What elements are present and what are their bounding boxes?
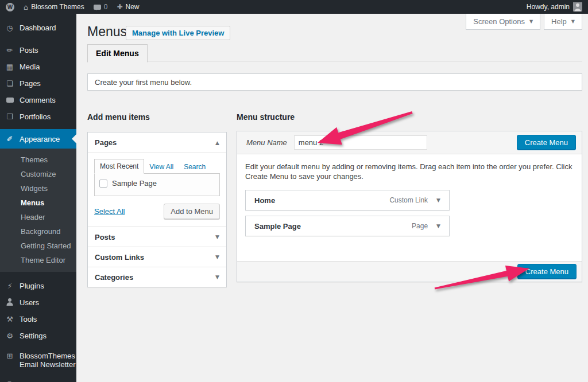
submenu-item-widgets[interactable]: Widgets — [0, 181, 76, 196]
create-menu-button-top[interactable]: Create Menu — [517, 135, 576, 150]
tab-search[interactable]: Search — [179, 160, 211, 174]
chevron-down-icon[interactable]: ▼ — [436, 197, 440, 203]
page-title: Menus — [87, 24, 127, 40]
create-first-menu-notice: Create your first menu below. — [87, 73, 582, 91]
create-menu-button-bottom[interactable]: Create Menu — [517, 264, 577, 279]
site-name-link[interactable]: ⌂ Blossom Themes — [24, 3, 84, 11]
help-button[interactable]: Help ▼ — [544, 14, 582, 30]
admin-bar: W ⌂ Blossom Themes 0 ✚ New Howdy, admin — [0, 0, 588, 14]
select-all-link[interactable]: Select All — [94, 207, 125, 216]
sidebar-item-appearance[interactable]: ✐ Appearance — [0, 129, 76, 149]
chevron-down-icon[interactable]: ▼ — [436, 223, 440, 229]
newsletter-icon: ⊞ — [5, 352, 14, 360]
sidebar-item-users[interactable]: Users — [0, 294, 76, 311]
wordpress-logo-icon: W — [6, 3, 14, 11]
sidebar-item-pages[interactable]: ❏ Pages — [0, 75, 76, 92]
dashboard-icon: ◷ — [5, 24, 14, 32]
sidebar-item-tools[interactable]: ⚒ Tools — [0, 311, 76, 328]
comment-bubble-icon — [94, 5, 101, 10]
menu-name-bar: Menu Name Create Menu — [237, 131, 582, 154]
new-content-menu[interactable]: ✚ New — [117, 3, 139, 11]
accordion-posts[interactable]: Posts ▼ — [88, 227, 226, 247]
chevron-up-icon: ▲ — [215, 140, 219, 146]
submenu-item-theme-editor[interactable]: Theme Editor — [0, 253, 76, 267]
home-icon: ⌂ — [24, 3, 28, 11]
accordion-pages[interactable]: Pages ▲ — [88, 132, 226, 153]
page-check-row: Sample Page — [99, 179, 215, 188]
howdy-account-link[interactable]: Howdy, admin — [527, 3, 570, 11]
sidebar-item-blossomthemes-instagram-feed[interactable]: BT BlossomThemes Instagram Feed — [0, 378, 76, 382]
sidebar-item-portfolios[interactable]: ❒ Portfolios — [0, 108, 76, 125]
tab-view-all[interactable]: View All — [144, 160, 179, 174]
menu-item-sample-page[interactable]: Sample Page Page ▼ — [245, 216, 450, 236]
menu-item-list: Home Custom Link ▼ Sample Page Page ▼ — [245, 190, 450, 236]
plugins-icon: ⚡ — [5, 282, 14, 290]
manage-with-live-preview-button[interactable]: Manage with Live Preview — [126, 26, 230, 40]
sidebar-item-comments[interactable]: Comments — [0, 92, 76, 108]
menu-structure-description: Edit your default menu by adding or remo… — [245, 162, 574, 181]
tab-bar: Edit Menus — [87, 44, 582, 61]
comments-count: 0 — [104, 3, 108, 11]
comments-shortcut[interactable]: 0 — [94, 3, 108, 11]
accordion-categories[interactable]: Categories ▼ — [88, 267, 226, 287]
comments-icon — [5, 96, 14, 104]
sidebar-item-blossomthemes-email-newsletter[interactable]: ⊞ BlossomThemes Email Newsletter — [0, 348, 76, 372]
menu-structure-body: Edit your default menu by adding or remo… — [237, 154, 582, 261]
sidebar-item-media[interactable]: ▦ Media — [0, 59, 76, 75]
chevron-down-icon: ▼ — [571, 19, 575, 24]
sample-page-checkbox[interactable] — [99, 180, 107, 188]
publishing-actions-bar: Create Menu — [237, 261, 582, 282]
chevron-down-icon: ▼ — [215, 234, 219, 240]
add-menu-items-heading: Add menu items — [87, 112, 150, 122]
add-to-menu-button[interactable]: Add to Menu — [164, 204, 220, 219]
screen-options-button[interactable]: Screen Options ▼ — [466, 14, 540, 30]
submenu-item-header[interactable]: Header — [0, 210, 76, 224]
admin-sidebar: ◷ Dashboard ✏ Posts ▦ Media ❏ Pages Comm… — [0, 14, 76, 382]
sidebar-item-posts[interactable]: ✏ Posts — [0, 42, 76, 59]
submenu-item-background[interactable]: Background — [0, 224, 76, 239]
sidebar-item-settings[interactable]: ⚙ Settings — [0, 328, 76, 344]
accordion-custom-links[interactable]: Custom Links ▼ — [88, 247, 226, 267]
site-name: Blossom Themes — [31, 3, 84, 11]
users-icon — [5, 298, 14, 307]
avatar[interactable] — [573, 2, 582, 11]
chevron-down-icon: ▼ — [529, 19, 533, 24]
media-icon: ▦ — [5, 63, 14, 71]
plus-icon: ✚ — [117, 3, 122, 11]
menu-item-home[interactable]: Home Custom Link ▼ — [245, 190, 450, 211]
menu-structure-panel: Menu Name Create Menu Edit your default … — [237, 131, 582, 282]
sidebar-item-dashboard[interactable]: ◷ Dashboard — [0, 20, 76, 36]
portfolios-icon: ❒ — [5, 112, 14, 121]
submenu-item-menus[interactable]: Menus — [0, 196, 76, 210]
sample-page-label: Sample Page — [112, 179, 157, 188]
submenu-item-customize[interactable]: Customize — [0, 167, 76, 181]
new-label: New — [126, 3, 140, 11]
submenu-item-themes[interactable]: Themes — [0, 153, 76, 167]
tab-most-recent[interactable]: Most Recent — [94, 159, 144, 174]
wordpress-menu[interactable]: W — [6, 3, 14, 11]
menu-structure-heading: Menu structure — [237, 112, 295, 122]
pages-checklist-panel: Sample Page — [94, 173, 220, 196]
chevron-down-icon: ▼ — [215, 254, 219, 260]
appearance-icon: ✐ — [5, 135, 14, 143]
appearance-submenu: Themes Customize Widgets Menus Header Ba… — [0, 149, 76, 272]
menu-name-input[interactable] — [294, 135, 427, 150]
tools-icon: ⚒ — [5, 315, 14, 323]
sidebar-item-plugins[interactable]: ⚡ Plugins — [0, 278, 76, 294]
pages-subtabs: Most Recent View All Search — [94, 159, 220, 174]
pages-accordion-body: Most Recent View All Search Sample Page … — [88, 153, 226, 227]
chevron-down-icon: ▼ — [215, 274, 219, 280]
posts-icon: ✏ — [5, 46, 14, 54]
tab-edit-menus[interactable]: Edit Menus — [87, 44, 148, 63]
add-menu-items-panel: Pages ▲ Most Recent View All Search Samp… — [87, 132, 227, 287]
menu-name-label: Menu Name — [246, 138, 287, 147]
pages-icon: ❏ — [5, 79, 14, 88]
submenu-item-getting-started[interactable]: Getting Started — [0, 239, 76, 253]
settings-icon: ⚙ — [5, 332, 14, 340]
